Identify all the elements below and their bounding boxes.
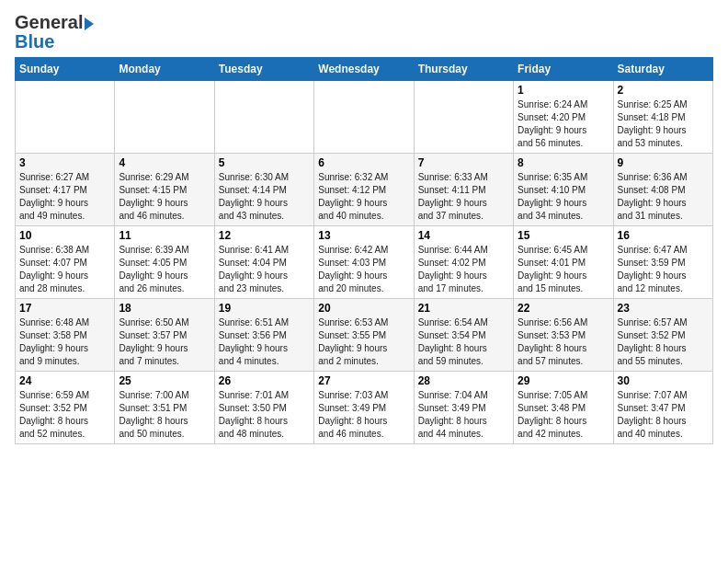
cell-info: Sunrise: 6:24 AM Sunset: 4:20 PM Dayligh…	[518, 98, 609, 150]
cell-content: 25Sunrise: 7:00 AM Sunset: 3:51 PM Dayli…	[119, 374, 210, 441]
cell-content: 14Sunrise: 6:44 AM Sunset: 4:02 PM Dayli…	[418, 229, 509, 295]
week-row-0: 1Sunrise: 6:24 AM Sunset: 4:20 PM Daylig…	[16, 81, 713, 154]
day-number: 28	[418, 374, 509, 387]
cell-info: Sunrise: 6:32 AM Sunset: 4:12 PM Dayligh…	[318, 171, 409, 223]
day-cell: 28Sunrise: 7:04 AM Sunset: 3:49 PM Dayli…	[414, 372, 513, 444]
cell-info: Sunrise: 6:38 AM Sunset: 4:07 PM Dayligh…	[19, 244, 110, 295]
day-number: 12	[219, 229, 310, 242]
day-cell: 8Sunrise: 6:35 AM Sunset: 4:10 PM Daylig…	[514, 154, 613, 226]
cell-info: Sunrise: 6:53 AM Sunset: 3:55 PM Dayligh…	[318, 316, 409, 368]
cell-content: 5Sunrise: 6:30 AM Sunset: 4:14 PM Daylig…	[219, 156, 310, 223]
cell-content: 19Sunrise: 6:51 AM Sunset: 3:56 PM Dayli…	[219, 302, 310, 368]
day-number: 1	[518, 84, 609, 97]
cell-content: 28Sunrise: 7:04 AM Sunset: 3:49 PM Dayli…	[418, 374, 509, 441]
day-cell: 4Sunrise: 6:29 AM Sunset: 4:15 PM Daylig…	[115, 154, 214, 226]
day-number: 24	[19, 374, 110, 387]
cell-info: Sunrise: 7:05 AM Sunset: 3:48 PM Dayligh…	[518, 389, 609, 441]
page: General Blue SundayMondayTuesdayWednesda…	[0, 0, 728, 454]
day-number: 11	[119, 229, 210, 242]
cell-info: Sunrise: 6:36 AM Sunset: 4:08 PM Dayligh…	[618, 171, 709, 223]
cell-content: 22Sunrise: 6:56 AM Sunset: 3:53 PM Dayli…	[518, 302, 609, 368]
cell-info: Sunrise: 6:47 AM Sunset: 3:59 PM Dayligh…	[618, 244, 709, 295]
day-number: 4	[119, 156, 210, 169]
day-cell: 24Sunrise: 6:59 AM Sunset: 3:52 PM Dayli…	[16, 372, 115, 444]
day-cell: 25Sunrise: 7:00 AM Sunset: 3:51 PM Dayli…	[115, 372, 214, 444]
header-cell-monday: Monday	[115, 58, 214, 81]
cell-content: 10Sunrise: 6:38 AM Sunset: 4:07 PM Dayli…	[19, 229, 110, 295]
day-number: 18	[119, 302, 210, 315]
cell-content: 27Sunrise: 7:03 AM Sunset: 3:49 PM Dayli…	[318, 374, 409, 441]
cell-content: 30Sunrise: 7:07 AM Sunset: 3:47 PM Dayli…	[618, 374, 709, 441]
day-cell: 30Sunrise: 7:07 AM Sunset: 3:47 PM Dayli…	[613, 372, 712, 444]
day-number: 17	[19, 302, 110, 315]
day-number: 25	[119, 374, 210, 387]
calendar-body: 1Sunrise: 6:24 AM Sunset: 4:20 PM Daylig…	[16, 81, 713, 444]
cell-info: Sunrise: 6:48 AM Sunset: 3:58 PM Dayligh…	[19, 316, 110, 368]
cell-content: 16Sunrise: 6:47 AM Sunset: 3:59 PM Dayli…	[618, 229, 709, 295]
cell-info: Sunrise: 6:35 AM Sunset: 4:10 PM Dayligh…	[518, 171, 609, 223]
cell-info: Sunrise: 6:33 AM Sunset: 4:11 PM Dayligh…	[418, 171, 509, 223]
cell-content: 12Sunrise: 6:41 AM Sunset: 4:04 PM Dayli…	[219, 229, 310, 295]
cell-info: Sunrise: 6:25 AM Sunset: 4:18 PM Dayligh…	[618, 98, 709, 150]
logo-blue: Blue	[15, 31, 54, 52]
cell-info: Sunrise: 6:54 AM Sunset: 3:54 PM Dayligh…	[418, 316, 509, 368]
day-number: 9	[618, 156, 709, 169]
day-cell: 5Sunrise: 6:30 AM Sunset: 4:14 PM Daylig…	[214, 154, 313, 226]
calendar-table: SundayMondayTuesdayWednesdayThursdayFrid…	[15, 57, 713, 444]
day-cell	[16, 81, 115, 154]
day-cell: 17Sunrise: 6:48 AM Sunset: 3:58 PM Dayli…	[16, 299, 115, 372]
cell-content: 23Sunrise: 6:57 AM Sunset: 3:52 PM Dayli…	[618, 302, 709, 368]
day-cell	[414, 81, 513, 154]
header-cell-tuesday: Tuesday	[214, 58, 313, 81]
day-number: 10	[19, 229, 110, 242]
cell-info: Sunrise: 7:00 AM Sunset: 3:51 PM Dayligh…	[119, 389, 210, 441]
cell-content: 9Sunrise: 6:36 AM Sunset: 4:08 PM Daylig…	[618, 156, 709, 223]
header-row: SundayMondayTuesdayWednesdayThursdayFrid…	[16, 58, 713, 81]
day-cell: 7Sunrise: 6:33 AM Sunset: 4:11 PM Daylig…	[414, 154, 513, 226]
day-number: 3	[19, 156, 110, 169]
day-cell: 21Sunrise: 6:54 AM Sunset: 3:54 PM Dayli…	[414, 299, 513, 372]
day-cell: 12Sunrise: 6:41 AM Sunset: 4:04 PM Dayli…	[214, 226, 313, 299]
cell-content: 18Sunrise: 6:50 AM Sunset: 3:57 PM Dayli…	[119, 302, 210, 368]
week-row-2: 10Sunrise: 6:38 AM Sunset: 4:07 PM Dayli…	[16, 226, 713, 299]
logo-area: General Blue	[15, 9, 94, 52]
cell-info: Sunrise: 6:44 AM Sunset: 4:02 PM Dayligh…	[418, 244, 509, 295]
logo-text: General Blue	[15, 13, 94, 52]
day-number: 29	[518, 374, 609, 387]
day-number: 7	[418, 156, 509, 169]
day-number: 14	[418, 229, 509, 242]
day-cell: 23Sunrise: 6:57 AM Sunset: 3:52 PM Dayli…	[613, 299, 712, 372]
day-number: 13	[318, 229, 409, 242]
cell-content: 6Sunrise: 6:32 AM Sunset: 4:12 PM Daylig…	[318, 156, 409, 223]
cell-info: Sunrise: 6:27 AM Sunset: 4:17 PM Dayligh…	[19, 171, 110, 223]
day-number: 5	[219, 156, 310, 169]
cell-content: 17Sunrise: 6:48 AM Sunset: 3:58 PM Dayli…	[19, 302, 110, 368]
cell-content: 2Sunrise: 6:25 AM Sunset: 4:18 PM Daylig…	[618, 84, 709, 150]
cell-content: 26Sunrise: 7:01 AM Sunset: 3:50 PM Dayli…	[219, 374, 310, 441]
day-cell: 29Sunrise: 7:05 AM Sunset: 3:48 PM Dayli…	[514, 372, 613, 444]
day-number: 20	[318, 302, 409, 315]
cell-info: Sunrise: 6:42 AM Sunset: 4:03 PM Dayligh…	[318, 244, 409, 295]
week-row-1: 3Sunrise: 6:27 AM Sunset: 4:17 PM Daylig…	[16, 154, 713, 226]
cell-info: Sunrise: 6:57 AM Sunset: 3:52 PM Dayligh…	[618, 316, 709, 368]
day-cell: 22Sunrise: 6:56 AM Sunset: 3:53 PM Dayli…	[514, 299, 613, 372]
day-cell: 18Sunrise: 6:50 AM Sunset: 3:57 PM Dayli…	[115, 299, 214, 372]
day-cell	[115, 81, 214, 154]
day-number: 6	[318, 156, 409, 169]
header-cell-thursday: Thursday	[414, 58, 513, 81]
day-cell: 13Sunrise: 6:42 AM Sunset: 4:03 PM Dayli…	[314, 226, 414, 299]
week-row-3: 17Sunrise: 6:48 AM Sunset: 3:58 PM Dayli…	[16, 299, 713, 372]
cell-content: 1Sunrise: 6:24 AM Sunset: 4:20 PM Daylig…	[518, 84, 609, 150]
cell-content: 21Sunrise: 6:54 AM Sunset: 3:54 PM Dayli…	[418, 302, 509, 368]
day-number: 8	[518, 156, 609, 169]
day-cell: 14Sunrise: 6:44 AM Sunset: 4:02 PM Dayli…	[414, 226, 513, 299]
cell-info: Sunrise: 6:56 AM Sunset: 3:53 PM Dayligh…	[518, 316, 609, 368]
day-number: 27	[318, 374, 409, 387]
header-cell-friday: Friday	[514, 58, 613, 81]
day-number: 21	[418, 302, 509, 315]
cell-info: Sunrise: 7:03 AM Sunset: 3:49 PM Dayligh…	[318, 389, 409, 441]
day-cell: 27Sunrise: 7:03 AM Sunset: 3:49 PM Dayli…	[314, 372, 414, 444]
day-cell: 15Sunrise: 6:45 AM Sunset: 4:01 PM Dayli…	[514, 226, 613, 299]
cell-content: 20Sunrise: 6:53 AM Sunset: 3:55 PM Dayli…	[318, 302, 409, 368]
day-number: 15	[518, 229, 609, 242]
